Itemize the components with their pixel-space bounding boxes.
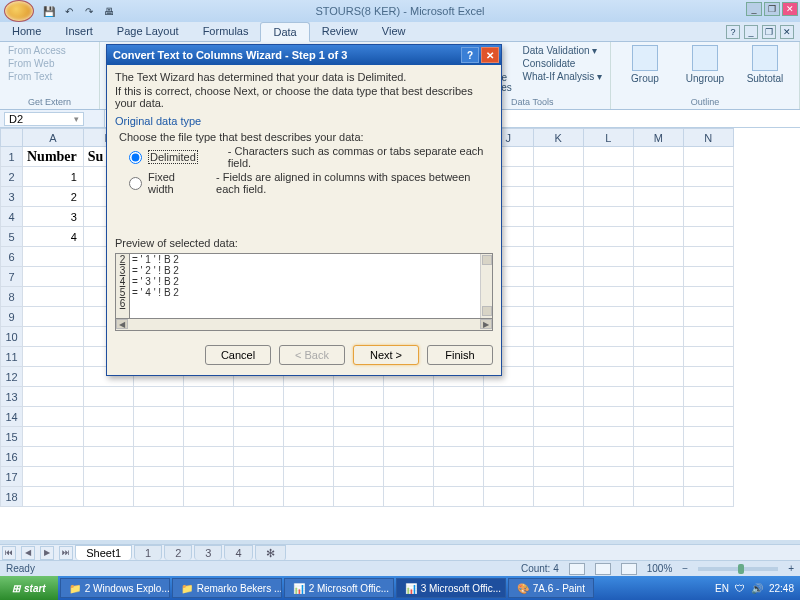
cell[interactable] <box>133 487 183 507</box>
cell[interactable] <box>583 427 633 447</box>
row-header[interactable]: 5 <box>1 227 23 247</box>
print-icon[interactable]: 🖶 <box>102 4 116 18</box>
row-header[interactable]: 12 <box>1 367 23 387</box>
cell[interactable] <box>333 387 383 407</box>
cell[interactable] <box>333 487 383 507</box>
taskbar-item[interactable]: 📊2 Microsoft Offic... <box>284 578 394 598</box>
cell[interactable] <box>633 287 683 307</box>
cell[interactable] <box>583 307 633 327</box>
cell[interactable] <box>633 407 683 427</box>
close-button[interactable]: ✕ <box>782 2 798 16</box>
cell[interactable] <box>283 467 333 487</box>
cell[interactable] <box>133 427 183 447</box>
sheet-tab[interactable]: 1 <box>134 545 162 560</box>
column-header[interactable]: M <box>633 129 683 147</box>
cell[interactable] <box>483 487 533 507</box>
cell[interactable] <box>183 467 233 487</box>
cell[interactable] <box>133 447 183 467</box>
sheet-tab[interactable]: 4 <box>224 545 252 560</box>
cell[interactable] <box>233 427 283 447</box>
cell[interactable] <box>433 387 483 407</box>
cell[interactable] <box>533 207 583 227</box>
ribbon-close-icon[interactable]: ✕ <box>780 25 794 39</box>
cell[interactable] <box>83 387 133 407</box>
column-header[interactable]: L <box>583 129 633 147</box>
cell[interactable] <box>183 387 233 407</box>
cell[interactable] <box>583 187 633 207</box>
cell[interactable] <box>23 327 84 347</box>
cell[interactable] <box>533 287 583 307</box>
cell[interactable] <box>633 447 683 467</box>
cell[interactable] <box>283 407 333 427</box>
ribbon-restore-icon[interactable]: ❐ <box>762 25 776 39</box>
radio-input[interactable] <box>129 151 142 164</box>
scroll-down-icon[interactable] <box>482 306 492 316</box>
cell[interactable] <box>333 467 383 487</box>
cell[interactable] <box>633 327 683 347</box>
cell[interactable] <box>183 447 233 467</box>
preview-vscroll[interactable] <box>480 254 492 318</box>
start-button[interactable]: ⊞start <box>0 576 58 600</box>
radio-delimited[interactable]: Delimited - Characters such as commas or… <box>129 145 493 169</box>
cell[interactable] <box>633 207 683 227</box>
cell[interactable] <box>583 247 633 267</box>
cell[interactable] <box>583 487 633 507</box>
cell[interactable] <box>183 487 233 507</box>
cell[interactable] <box>683 207 733 227</box>
zoom-label[interactable]: 100% <box>647 563 673 574</box>
ribbon-help-icon[interactable]: ? <box>726 25 740 39</box>
restore-button[interactable]: ❐ <box>764 2 780 16</box>
cell[interactable] <box>23 467 84 487</box>
cell[interactable] <box>383 427 433 447</box>
dialog-title-bar[interactable]: Convert Text to Columns Wizard - Step 1 … <box>107 45 501 65</box>
cell[interactable] <box>183 407 233 427</box>
name-box[interactable]: D2▾ <box>4 112 84 126</box>
cell[interactable]: 1 <box>23 167 84 187</box>
cell[interactable] <box>683 487 733 507</box>
cell[interactable] <box>533 267 583 287</box>
cell[interactable] <box>83 427 133 447</box>
cell[interactable] <box>683 467 733 487</box>
cell[interactable] <box>83 487 133 507</box>
cell[interactable] <box>533 187 583 207</box>
cell[interactable]: Number <box>23 147 84 167</box>
cell[interactable] <box>683 347 733 367</box>
zoom-slider[interactable] <box>698 567 778 571</box>
next-button[interactable]: Next > <box>353 345 419 365</box>
tab-page-layout[interactable]: Page Layout <box>105 22 191 41</box>
from-access-button[interactable]: From Access <box>8 45 91 56</box>
row-header[interactable]: 9 <box>1 307 23 327</box>
cell[interactable] <box>583 207 633 227</box>
cell[interactable] <box>583 467 633 487</box>
cell[interactable] <box>633 187 683 207</box>
chevron-down-icon[interactable]: ▾ <box>74 114 79 124</box>
cell[interactable] <box>283 447 333 467</box>
cell[interactable] <box>633 367 683 387</box>
cell[interactable] <box>533 147 583 167</box>
cell[interactable] <box>383 407 433 427</box>
taskbar-item[interactable]: 📊3 Microsoft Offic... <box>396 578 506 598</box>
group-button[interactable]: Group <box>619 45 671 84</box>
tab-data[interactable]: Data <box>260 22 309 42</box>
cell[interactable] <box>633 307 683 327</box>
from-text-button[interactable]: From Text <box>8 71 91 82</box>
row-header[interactable]: 13 <box>1 387 23 407</box>
cancel-button[interactable]: Cancel <box>205 345 271 365</box>
cell[interactable] <box>683 267 733 287</box>
taskbar-item[interactable]: 📁2 Windows Explo... <box>60 578 170 598</box>
cell[interactable]: 3 <box>23 207 84 227</box>
cell[interactable] <box>533 347 583 367</box>
tab-formulas[interactable]: Formulas <box>191 22 261 41</box>
tab-view[interactable]: View <box>370 22 418 41</box>
cell[interactable] <box>333 407 383 427</box>
tray-icon[interactable]: 🔊 <box>751 583 763 594</box>
cell[interactable] <box>683 167 733 187</box>
cell[interactable] <box>233 407 283 427</box>
radio-input[interactable] <box>129 177 142 190</box>
cell[interactable] <box>283 387 333 407</box>
row-header[interactable]: 6 <box>1 247 23 267</box>
row-header[interactable]: 17 <box>1 467 23 487</box>
cell[interactable] <box>633 227 683 247</box>
cell[interactable] <box>23 407 84 427</box>
cell[interactable] <box>483 387 533 407</box>
